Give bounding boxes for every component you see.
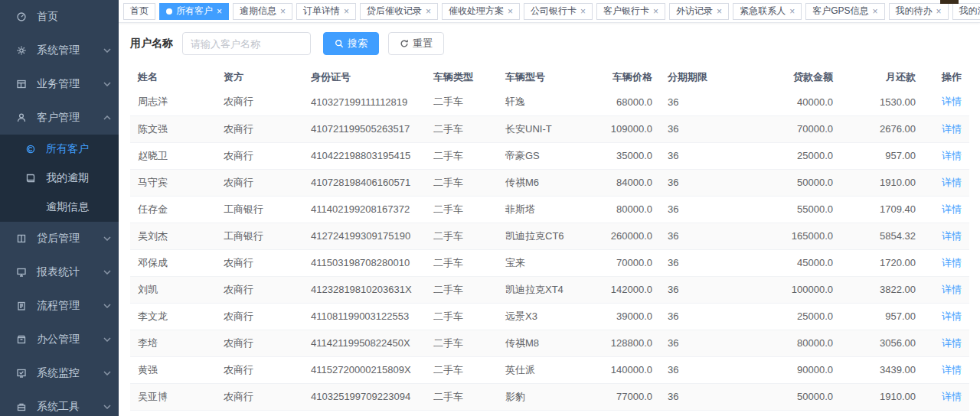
- sidebar-item-customer-management[interactable]: 客户管理: [0, 101, 119, 135]
- detail-link[interactable]: 详情: [942, 391, 962, 402]
- tab-order-detail[interactable]: 订单详情×: [296, 3, 356, 20]
- sidebar-item-post-loan-management[interactable]: 贷后管理: [0, 222, 119, 255]
- close-icon[interactable]: ×: [508, 7, 513, 16]
- customer-name-input[interactable]: [182, 32, 311, 55]
- sidebar-item-system-tools[interactable]: 系统工具: [0, 390, 119, 416]
- tab-collection-plan[interactable]: 催收处理方案×: [442, 3, 520, 20]
- column-header-loan_amount: 贷款金额: [749, 66, 841, 89]
- cell-term: 36: [660, 223, 749, 249]
- tab-collection-records[interactable]: 贷后催收记录×: [360, 3, 438, 20]
- detail-link[interactable]: 详情: [942, 310, 962, 322]
- tab-my-todo[interactable]: 我的待办×: [889, 3, 949, 20]
- tab-label: 客户GPS信息: [812, 5, 868, 18]
- sidebar-item-process-management[interactable]: 流程管理: [0, 289, 119, 323]
- cell-monthly_payment: 1530.00: [841, 89, 923, 115]
- detail-link[interactable]: 详情: [942, 203, 962, 215]
- close-icon[interactable]: ×: [217, 7, 222, 16]
- tab-visit-records[interactable]: 外访记录×: [669, 3, 729, 20]
- sidebar-item-report-statistics[interactable]: 报表统计: [0, 255, 119, 289]
- cell-monthly_payment: 1720.00: [841, 249, 923, 276]
- tab-customer-gps[interactable]: 客户GPS信息×: [805, 3, 884, 20]
- tab-emergency-contacts[interactable]: 紧急联系人×: [733, 3, 802, 20]
- circle-c-icon: [24, 143, 37, 155]
- tab-company-bankcard[interactable]: 公司银行卡×: [524, 3, 593, 20]
- tab-my-process[interactable]: 我的流程×: [952, 3, 980, 20]
- sidebar-item-home[interactable]: 首页: [0, 0, 119, 34]
- close-icon[interactable]: ×: [344, 7, 349, 16]
- cell-monthly_payment: 1709.40: [841, 196, 923, 223]
- clipboard-icon: [15, 300, 28, 312]
- detail-link[interactable]: 详情: [942, 257, 962, 268]
- column-header-term: 分期期限: [660, 66, 749, 89]
- tab-label: 催收处理方案: [449, 5, 504, 18]
- close-icon[interactable]: ×: [717, 7, 722, 16]
- tab-label: 外访记录: [676, 5, 713, 18]
- tab-bar: 首页所有客户×逾期信息×订单详情×贷后催收记录×催收处理方案×公司银行卡×客户银…: [119, 0, 980, 23]
- cell-loan_amount: [749, 410, 841, 416]
- sidebar-item-system-management[interactable]: 系统管理: [0, 34, 119, 67]
- top-right-artifact: [940, 0, 959, 4]
- cell-id_number: 410721199505263517: [303, 115, 426, 142]
- tab-customer-bankcard[interactable]: 客户银行卡×: [596, 3, 665, 20]
- close-icon[interactable]: ×: [936, 7, 942, 16]
- cell-loan_amount: 50000.0: [749, 169, 841, 196]
- tab-home[interactable]: 首页: [123, 3, 155, 20]
- cell-loan_amount: 25000.0: [749, 142, 841, 169]
- cell-vehicle_type: 二手车: [426, 410, 498, 416]
- table-row: 王伟农商行二手车卡罗拉详情: [130, 410, 969, 416]
- cell-action: 详情: [923, 89, 969, 115]
- cell-vehicle_model: 影豹: [498, 383, 583, 410]
- tab-all-customers[interactable]: 所有客户×: [159, 3, 229, 20]
- cell-vehicle_type: 二手车: [426, 356, 498, 383]
- detail-link[interactable]: 详情: [942, 177, 962, 188]
- close-icon[interactable]: ×: [280, 7, 286, 16]
- cell-funder: 农商行: [216, 115, 303, 142]
- cell-id_number: 41152720000215809X: [303, 356, 426, 383]
- cell-vehicle_model: 传祺M8: [498, 330, 583, 356]
- cell-term: 36: [660, 276, 749, 303]
- cell-name: 周志洋: [130, 89, 216, 115]
- close-icon[interactable]: ×: [872, 7, 877, 16]
- sidebar-item-system-monitoring[interactable]: 系统监控: [0, 356, 119, 390]
- reset-button-label: 重置: [413, 37, 433, 50]
- detail-link[interactable]: 详情: [942, 96, 962, 107]
- cell-id_number: 41142119950822450X: [303, 330, 426, 356]
- detail-link[interactable]: 详情: [942, 284, 962, 295]
- cell-monthly_payment: 2676.00: [841, 115, 923, 142]
- sidebar-item-overdue-info[interactable]: 逾期信息: [0, 193, 119, 222]
- cell-vehicle_model: 长安UNI-T: [498, 115, 583, 142]
- sidebar-item-my-overdue[interactable]: 我的逾期: [0, 164, 119, 193]
- close-icon[interactable]: ×: [653, 7, 658, 16]
- chevron-down-icon: [102, 405, 113, 409]
- search-button[interactable]: 搜索: [323, 32, 379, 55]
- chevron-down-icon: [102, 270, 113, 275]
- reset-button[interactable]: 重置: [388, 32, 444, 55]
- detail-link[interactable]: 详情: [942, 230, 962, 242]
- cell-monthly_payment: 1910.00: [841, 383, 923, 410]
- cell-vehicle_type: 二手车: [426, 142, 498, 169]
- sidebar-item-office-management[interactable]: 办公管理: [0, 323, 119, 356]
- close-icon[interactable]: ×: [426, 7, 431, 16]
- cell-vehicle_type: 二手车: [426, 89, 498, 115]
- cell-action: 详情: [923, 276, 969, 303]
- monitor-check-icon: [15, 367, 28, 379]
- sidebar-item-all-customers[interactable]: 所有客户: [0, 135, 119, 164]
- close-icon[interactable]: ×: [580, 7, 586, 16]
- cell-action: 详情: [923, 142, 969, 169]
- detail-link[interactable]: 详情: [942, 150, 962, 161]
- cell-id_number: 410728198406160571: [303, 169, 426, 196]
- sidebar-item-business-management[interactable]: 业务管理: [0, 67, 119, 101]
- user-icon: [15, 112, 28, 124]
- column-header-vehicle_model: 车辆型号: [498, 66, 583, 89]
- column-header-action: 操作: [923, 66, 969, 89]
- table-row: 周志洋农商行410327199111112819二手车轩逸68000.03640…: [130, 89, 969, 115]
- tab-overdue-info[interactable]: 逾期信息×: [233, 3, 292, 20]
- detail-link[interactable]: 详情: [942, 364, 962, 375]
- close-icon[interactable]: ×: [789, 7, 795, 16]
- detail-link[interactable]: 详情: [942, 123, 962, 135]
- detail-link[interactable]: 详情: [942, 337, 962, 349]
- cell-funder: 工商银行: [216, 196, 303, 223]
- table-row: 赵晓卫农商行410422198803195415二手车帝豪GS35000.036…: [130, 142, 969, 169]
- cell-funder: 工商银行: [216, 223, 303, 249]
- column-header-name: 姓名: [130, 66, 216, 89]
